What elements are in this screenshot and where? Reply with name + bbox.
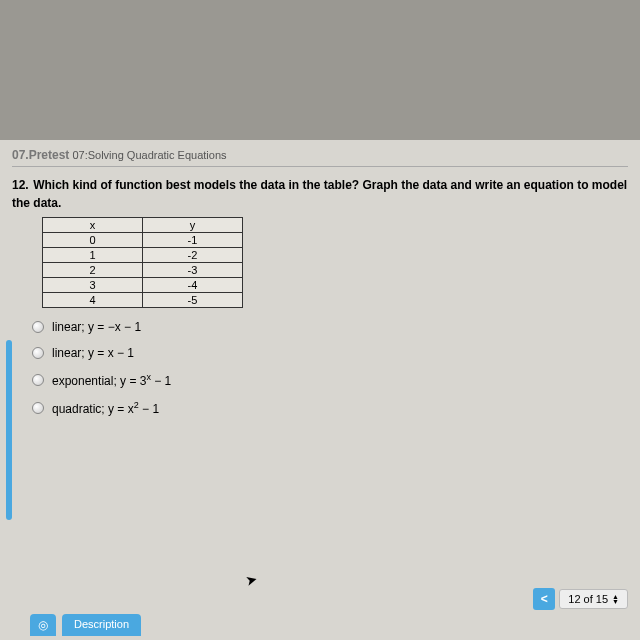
quiz-screen: 07.Pretest 07:Solving Quadratic Equation… — [0, 140, 640, 640]
col-header-x: x — [43, 218, 143, 233]
table-row: 3-4 — [43, 278, 243, 293]
bottom-tabs: ◎ Description — [30, 614, 141, 636]
question-number: 12. — [12, 178, 29, 192]
question-block: 12. Which kind of function best models t… — [12, 175, 628, 211]
radio-icon[interactable] — [32, 321, 44, 333]
cursor-icon: ➤ — [244, 571, 260, 590]
option-b[interactable]: linear; y = x − 1 — [32, 346, 628, 360]
question-text: Which kind of function best models the d… — [12, 178, 627, 210]
target-icon: ◎ — [38, 618, 48, 632]
option-a[interactable]: linear; y = −x − 1 — [32, 320, 628, 334]
table-header-row: x y — [43, 218, 243, 233]
page-indicator[interactable]: 12 of 15 ▲▼ — [559, 589, 628, 609]
option-d[interactable]: quadratic; y = x2 − 1 — [32, 400, 628, 416]
chapter-header: 07.Pretest 07:Solving Quadratic Equation… — [12, 148, 628, 167]
radio-icon[interactable] — [32, 347, 44, 359]
tab-icon-button[interactable]: ◎ — [30, 614, 56, 636]
radio-icon[interactable] — [32, 374, 44, 386]
answer-options: linear; y = −x − 1 linear; y = x − 1 exp… — [32, 320, 628, 416]
stepper-arrows-icon[interactable]: ▲▼ — [612, 594, 619, 604]
data-table-wrap: x y 0-1 1-2 2-3 3-4 4-5 — [42, 217, 628, 308]
option-c-text: exponential; y = 3x − 1 — [52, 372, 171, 388]
chapter-title: 07:Solving Quadratic Equations — [69, 149, 226, 161]
radio-icon[interactable] — [32, 402, 44, 414]
table-row: 0-1 — [43, 233, 243, 248]
tab-description[interactable]: Description — [62, 614, 141, 636]
scrollbar[interactable] — [6, 340, 12, 520]
chevron-left-icon: < — [541, 592, 548, 606]
option-b-text: linear; y = x − 1 — [52, 346, 134, 360]
table-row: 2-3 — [43, 263, 243, 278]
prev-button[interactable]: < — [533, 588, 555, 610]
pagination-footer: < 12 of 15 ▲▼ — [533, 588, 628, 610]
table-row: 1-2 — [43, 248, 243, 263]
page-indicator-text: 12 of 15 — [568, 593, 608, 605]
col-header-y: y — [143, 218, 243, 233]
tab-description-label: Description — [74, 618, 129, 630]
option-c[interactable]: exponential; y = 3x − 1 — [32, 372, 628, 388]
option-d-text: quadratic; y = x2 − 1 — [52, 400, 159, 416]
chapter-code: 07.Pretest — [12, 148, 69, 162]
data-table: x y 0-1 1-2 2-3 3-4 4-5 — [42, 217, 243, 308]
table-row: 4-5 — [43, 293, 243, 308]
option-a-text: linear; y = −x − 1 — [52, 320, 141, 334]
